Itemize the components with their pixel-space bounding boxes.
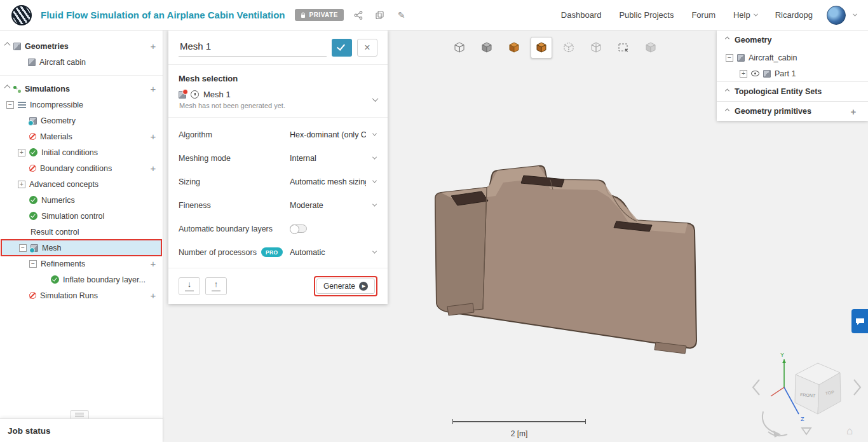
chevron-up-icon bbox=[4, 85, 11, 91]
rotate-down-arrow-icon[interactable] bbox=[802, 428, 811, 434]
algorithm-select[interactable]: Hex-dominant (only CFD) bbox=[288, 128, 377, 141]
job-status-drawer-handle[interactable] bbox=[70, 410, 89, 418]
transparent-view-icon bbox=[563, 42, 574, 53]
wireframe-view-icon bbox=[590, 42, 602, 53]
sidebar-item-geometry[interactable]: Geometry bbox=[0, 113, 163, 128]
collapse-icon[interactable]: − bbox=[6, 101, 14, 109]
download-button[interactable]: ↓ bbox=[179, 277, 200, 295]
play-icon: ▶ bbox=[359, 282, 368, 291]
rotate-left-arrow-icon[interactable] bbox=[753, 380, 759, 395]
sidebar-item-simulation-runs[interactable]: Simulation Runs + bbox=[0, 287, 163, 303]
section-view-button[interactable] bbox=[640, 37, 661, 59]
fineness-select[interactable]: Moderate bbox=[288, 199, 377, 212]
nav-forum[interactable]: Forum bbox=[691, 10, 715, 20]
geometry-icon bbox=[28, 59, 36, 66]
navigation-cube[interactable]: FRONT TOP Y Z ⌂ bbox=[748, 338, 865, 441]
collapse-icon[interactable]: − bbox=[726, 54, 733, 62]
box-select-button[interactable] bbox=[613, 37, 634, 59]
sidebar-item-incompressible[interactable]: − Incompressible bbox=[0, 97, 163, 113]
expand-icon[interactable]: + bbox=[740, 70, 747, 78]
sidebar-item-materials[interactable]: Materials + bbox=[0, 128, 163, 144]
upload-button[interactable]: ↑ bbox=[205, 277, 227, 295]
sidebar-item-result-control[interactable]: Result control bbox=[0, 224, 163, 240]
sidebar-item-boundary-conditions[interactable]: Boundary conditions + bbox=[0, 160, 163, 176]
tree-item-part-1[interactable]: + Part 1 bbox=[717, 66, 868, 81]
expand-icon[interactable]: + bbox=[18, 149, 25, 156]
fit-view-button[interactable] bbox=[449, 37, 470, 59]
scale-label: 2 [m] bbox=[452, 429, 586, 438]
tree-item-label: Part 1 bbox=[775, 69, 796, 78]
copy-button[interactable] bbox=[373, 8, 387, 22]
solid-edges-view-button[interactable] bbox=[531, 37, 552, 59]
field-algorithm: Algorithm Hex-dominant (only CFD) bbox=[168, 123, 388, 146]
expand-icon[interactable]: + bbox=[18, 181, 25, 188]
sidebar-item-initial-conditions[interactable]: + Initial conditions bbox=[0, 144, 163, 160]
section-geometry[interactable]: Geometry bbox=[717, 30, 868, 50]
section-label: Topological Entity Sets bbox=[735, 87, 822, 96]
add-geometry-button[interactable]: + bbox=[147, 41, 159, 52]
boundary-layers-toggle[interactable] bbox=[290, 224, 307, 233]
close-button[interactable]: × bbox=[357, 39, 377, 57]
edit-button[interactable]: ✎ bbox=[395, 8, 409, 22]
sidebar-item-label: Simulations bbox=[25, 85, 70, 93]
sidebar-item-simulation-control[interactable]: Simulation control bbox=[0, 208, 163, 224]
tree-item-aircraft-cabin[interactable]: − Aircraft_cabin bbox=[717, 50, 868, 66]
sidebar-item-label: Simulation Runs bbox=[40, 291, 98, 300]
confirm-button[interactable] bbox=[332, 39, 352, 57]
transparent-view-button[interactable] bbox=[558, 37, 580, 59]
app-logo-icon[interactable] bbox=[11, 5, 32, 25]
chat-button[interactable] bbox=[851, 309, 868, 333]
chevron-up-icon bbox=[725, 37, 729, 41]
divider bbox=[0, 75, 163, 76]
add-refinement-button[interactable]: + bbox=[147, 258, 159, 269]
visibility-eye-icon[interactable] bbox=[751, 71, 759, 76]
section-label: Geometry primitives bbox=[735, 107, 811, 116]
sidebar-item-inflate-boundary-layer[interactable]: Inflate boundary layer... bbox=[0, 272, 163, 287]
meshing-mode-select[interactable]: Internal bbox=[288, 152, 377, 165]
add-boundary-condition-button[interactable]: + bbox=[147, 163, 159, 174]
nav-help[interactable]: Help bbox=[733, 10, 757, 20]
sidebar-item-numerics[interactable]: Numerics bbox=[0, 192, 163, 208]
collapse-icon[interactable]: − bbox=[29, 260, 37, 268]
shaded-view-button[interactable] bbox=[476, 37, 498, 59]
nav-public-projects[interactable]: Public Projects bbox=[619, 10, 674, 20]
collapse-icon[interactable]: − bbox=[19, 244, 27, 252]
mesh-selection-dropdown[interactable]: Mesh 1 Mesh has not been generated yet. bbox=[168, 86, 388, 118]
mesh-name-input[interactable]: Mesh 1 bbox=[179, 39, 327, 57]
chevron-down-icon bbox=[372, 155, 377, 160]
generate-button[interactable]: Generate ▶ bbox=[316, 279, 375, 294]
orbit-arrow-icon[interactable] bbox=[763, 411, 776, 433]
select-value: Hex-dominant (only CFD) bbox=[290, 130, 366, 139]
avatar[interactable] bbox=[827, 6, 846, 25]
sidebar-item-mesh[interactable]: − Mesh bbox=[1, 240, 161, 256]
mesh-status-icon bbox=[179, 91, 186, 99]
sidebar-item-refinements[interactable]: − Refinements + bbox=[0, 256, 163, 272]
model-3d[interactable] bbox=[414, 159, 707, 359]
add-material-button[interactable]: + bbox=[147, 131, 159, 142]
solid-view-button[interactable] bbox=[503, 37, 525, 59]
sidebar-item-geometries[interactable]: Geometries + bbox=[0, 38, 163, 54]
sidebar-item-advanced-concepts[interactable]: + Advanced concepts bbox=[0, 176, 163, 192]
sizing-select[interactable]: Automatic mesh sizing bbox=[288, 176, 377, 188]
rotate-right-arrow-icon[interactable] bbox=[854, 380, 860, 395]
share-button[interactable] bbox=[351, 8, 365, 22]
sidebar-item-label: Materials bbox=[40, 132, 72, 141]
section-geometry-primitives[interactable]: Geometry primitives + bbox=[717, 101, 868, 121]
nav-dashboard[interactable]: Dashboard bbox=[561, 10, 602, 20]
add-primitive-button[interactable]: + bbox=[848, 106, 859, 117]
sidebar-item-aircraft-cabin[interactable]: Aircraft cabin bbox=[0, 54, 163, 70]
wireframe-view-button[interactable] bbox=[585, 37, 607, 59]
user-menu-chevron-icon[interactable] bbox=[853, 12, 857, 17]
home-icon[interactable]: ⌂ bbox=[846, 425, 853, 437]
sidebar-item-simulations[interactable]: Simulations + bbox=[0, 81, 163, 97]
geometries-icon bbox=[13, 43, 21, 50]
section-topological-entity-sets[interactable]: Topological Entity Sets bbox=[717, 81, 868, 101]
add-simulation-button[interactable]: + bbox=[147, 83, 159, 94]
solid-edges-view-icon bbox=[536, 42, 547, 53]
processors-select[interactable]: Automatic bbox=[288, 246, 377, 259]
add-run-button[interactable]: + bbox=[147, 290, 159, 301]
y-axis-arrow bbox=[782, 359, 786, 363]
chevron-down-icon bbox=[754, 12, 758, 17]
user-name[interactable]: Ricardopg bbox=[775, 10, 813, 20]
job-status-bar[interactable]: Job status bbox=[0, 418, 163, 442]
